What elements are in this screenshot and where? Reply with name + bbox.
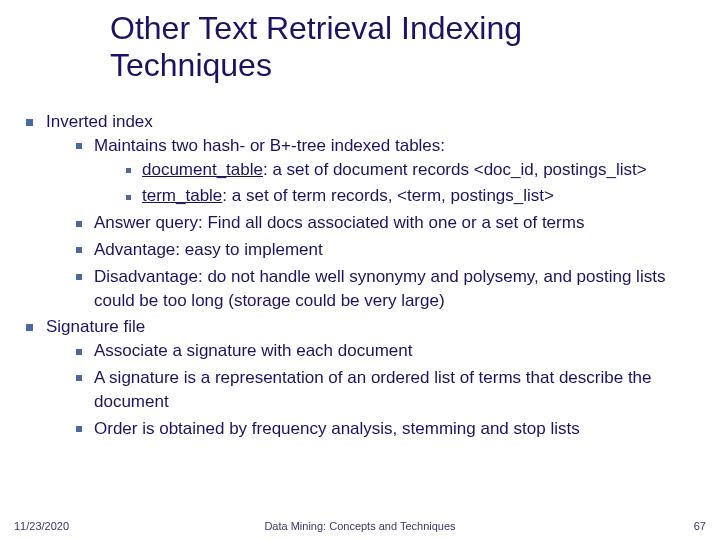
- bullet-text: Associate a signature with each document: [94, 341, 412, 360]
- bullet-list: Maintains two hash- or B+-tree indexed t…: [70, 134, 700, 313]
- bullet-order: Order is obtained by frequency analysis,…: [70, 417, 700, 441]
- bullet-text: Maintains two hash- or B+-tree indexed t…: [94, 136, 445, 155]
- bullet-text: : a set of document records <doc_id, pos…: [263, 160, 647, 179]
- bullet-document-table: document_table: a set of document record…: [118, 158, 700, 182]
- slide-body: Inverted index Maintains two hash- or B+…: [20, 110, 700, 443]
- bullet-text: Signature file: [46, 317, 145, 336]
- bullet-associate: Associate a signature with each document: [70, 339, 700, 363]
- bullet-text: Disadvantage: do not handle well synonym…: [94, 267, 665, 310]
- bullet-text: Inverted index: [46, 112, 153, 131]
- bullet-list: document_table: a set of document record…: [118, 158, 700, 209]
- bullet-text: Advantage: easy to implement: [94, 240, 323, 259]
- footer-page-number: 67: [694, 520, 706, 532]
- bullet-signature-file: Signature file Associate a signature wit…: [20, 315, 700, 440]
- bullet-advantage: Advantage: easy to implement: [70, 238, 700, 262]
- bullet-disadvantage: Disadvantage: do not handle well synonym…: [70, 265, 700, 313]
- term-underlined: document_table: [142, 160, 263, 179]
- bullet-maintains: Maintains two hash- or B+-tree indexed t…: [70, 134, 700, 208]
- bullet-list: Associate a signature with each document…: [70, 339, 700, 440]
- footer-title: Data Mining: Concepts and Techniques: [0, 520, 720, 532]
- slide-title: Other Text Retrieval Indexing Techniques: [110, 10, 690, 84]
- bullet-answer-query: Answer query: Find all docs associated w…: [70, 211, 700, 235]
- term-underlined: term_table: [142, 186, 222, 205]
- bullet-inverted-index: Inverted index Maintains two hash- or B+…: [20, 110, 700, 312]
- bullet-list: Inverted index Maintains two hash- or B+…: [20, 110, 700, 440]
- bullet-text: : a set of term records, <term, postings…: [222, 186, 554, 205]
- bullet-text: A signature is a representation of an or…: [94, 368, 652, 411]
- bullet-term-table: term_table: a set of term records, <term…: [118, 184, 700, 208]
- bullet-text: Answer query: Find all docs associated w…: [94, 213, 584, 232]
- slide: Other Text Retrieval Indexing Techniques…: [0, 0, 720, 540]
- bullet-text: Order is obtained by frequency analysis,…: [94, 419, 580, 438]
- bullet-signature-is: A signature is a representation of an or…: [70, 366, 700, 414]
